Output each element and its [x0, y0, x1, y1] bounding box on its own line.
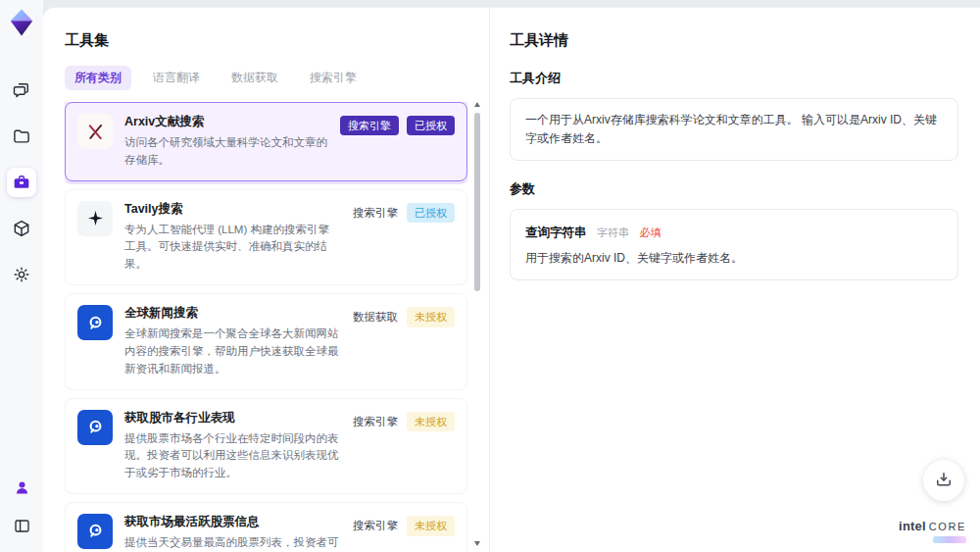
folder-icon — [12, 126, 31, 146]
params-heading: 参数 — [510, 180, 958, 198]
tool-card-text: Tavily搜索 专为人工智能代理 (LLM) 构建的搜索引擎工具。可快速提供实… — [124, 201, 340, 274]
sidebar-item-panel-toggle[interactable] — [7, 511, 36, 540]
tool-details-panel: 工具详情 工具介绍 一个用于从Arxiv存储库搜索科学论文和文章的工具。 输入可… — [490, 8, 980, 552]
tool-title: Arxiv文献搜索 — [124, 114, 328, 130]
toolbox-icon — [12, 173, 31, 192]
intel-core-wordmark: intelCORE — [899, 517, 966, 534]
panel-toggle-icon — [13, 517, 31, 535]
sidebar-item-toolbox[interactable] — [7, 168, 36, 197]
list-scrollbar[interactable] — [472, 102, 482, 548]
tavily-icon — [77, 201, 113, 236]
chat-icon — [12, 80, 31, 100]
tab-all-categories[interactable]: 所有类别 — [65, 66, 131, 90]
tool-card-text: 获取市场最活跃股票信息 提供当天交易量最高的股票列表，投资者可以利用这些信息来识… — [124, 514, 340, 552]
parameter-header: 查询字符串 字符串 必填 — [525, 223, 943, 241]
avatar-icon — [13, 478, 31, 497]
tool-card-text: Arxiv文献搜索 访问各个研究领域大量科学论文和文章的存储库。 — [124, 114, 328, 170]
tool-title: 全球新闻搜索 — [124, 305, 340, 322]
cube-icon — [12, 219, 31, 238]
tool-card[interactable]: Arxiv文献搜索 访问各个研究领域大量科学论文和文章的存储库。 搜索引擎 已授… — [65, 102, 467, 181]
scrollbar-thumb[interactable] — [474, 113, 480, 291]
main-panel: 工具集 所有类别 语言翻译 数据获取 搜索引擎 Arxiv文献搜索 访问各个研究… — [43, 8, 980, 552]
tools-panel-title: 工具集 — [65, 31, 483, 50]
tool-badges: 搜索引擎 已授权 — [352, 201, 455, 224]
sidebar — [0, 0, 43, 552]
parameter-name: 查询字符串 — [525, 226, 587, 239]
auth-status-badge: 未授权 — [407, 307, 455, 326]
tab-search-engine[interactable]: 搜索引擎 — [300, 66, 367, 90]
auth-status-badge: 已授权 — [407, 203, 455, 223]
tool-card-text: 全球新闻搜索 全球新闻搜索是一个聚合全球各大新闻网站内容的搜索引擎，帮助用户快速… — [124, 305, 340, 377]
app-logo-icon — [6, 7, 37, 38]
parameter-type: 字符串 — [597, 226, 629, 238]
tool-card-text: 获取股市各行业表现 提供股票市场各个行业在特定时间段内的表现。投资者可以利用这些… — [124, 410, 340, 482]
gear-icon — [12, 265, 31, 284]
download-icon — [934, 470, 954, 492]
sidebar-nav — [7, 75, 36, 289]
sidebar-item-avatar[interactable] — [7, 473, 36, 502]
tool-description: 全球新闻搜索是一个聚合全球各大新闻网站内容的搜索引擎，帮助用户快速获取全球最新资… — [124, 326, 340, 377]
tool-title: Tavily搜索 — [124, 201, 340, 218]
tool-title: 获取市场最活跃股票信息 — [124, 514, 340, 530]
tools-panel: 工具集 所有类别 语言翻译 数据获取 搜索引擎 Arxiv文献搜索 访问各个研究… — [43, 8, 490, 552]
parameter-description: 用于搜索的Arxiv ID、关键字或作者姓名。 — [525, 250, 943, 267]
sidebar-item-folder[interactable] — [7, 122, 36, 151]
scroll-down-arrow-icon[interactable] — [474, 541, 480, 546]
details-panel-title: 工具详情 — [510, 31, 958, 50]
globe-search-icon — [77, 410, 113, 445]
tool-description: 访问各个研究领域大量科学论文和文章的存储库。 — [124, 134, 328, 170]
app-window: 工具集 所有类别 语言翻译 数据获取 搜索引擎 Arxiv文献搜索 访问各个研究… — [0, 0, 980, 552]
download-button[interactable] — [923, 460, 964, 501]
scroll-up-arrow-icon[interactable] — [474, 102, 480, 107]
auth-status-badge: 已授权 — [407, 116, 455, 135]
sidebar-item-chat[interactable] — [7, 75, 36, 105]
auth-status-badge: 未授权 — [407, 516, 455, 535]
sidebar-item-gear[interactable] — [7, 260, 36, 289]
tool-card-list: Arxiv文献搜索 访问各个研究领域大量科学论文和文章的存储库。 搜索引擎 已授… — [65, 102, 467, 552]
tool-card[interactable]: 获取股市各行业表现 提供股票市场各个行业在特定时间段内的表现。投资者可以利用这些… — [65, 398, 467, 494]
tool-badges: 数据获取 未授权 — [352, 305, 455, 327]
category-badge: 搜索引擎 — [352, 203, 399, 224]
tab-language-translation[interactable]: 语言翻译 — [143, 66, 210, 90]
tool-description: 专为人工智能代理 (LLM) 构建的搜索引擎工具。可快速提供实时、准确和真实的结… — [124, 222, 340, 274]
category-badge: 数据获取 — [352, 307, 399, 327]
tool-card[interactable]: Tavily搜索 专为人工智能代理 (LLM) 构建的搜索引擎工具。可快速提供实… — [65, 189, 467, 285]
tool-description: 提供股票市场各个行业在特定时间段内的表现。投资者可以利用这些信息来识别表现优于或… — [124, 430, 340, 482]
arxiv-icon — [77, 114, 113, 149]
tool-card[interactable]: 获取市场最活跃股票信息 提供当天交易量最高的股票列表，投资者可以利用这些信息来识… — [65, 502, 467, 552]
globe-search-icon — [77, 305, 113, 340]
intel-core-logo: intelCORE — [899, 517, 966, 543]
parameter-required-badge: 必填 — [639, 226, 661, 238]
tool-intro-text: 一个用于从Arxiv存储库搜索科学论文和文章的工具。 输入可以是Arxiv ID… — [510, 98, 958, 161]
parameter-item: 查询字符串 字符串 必填 用于搜索的Arxiv ID、关键字或作者姓名。 — [510, 209, 958, 280]
tool-badges: 搜索引擎 未授权 — [352, 410, 455, 432]
tool-card-list-wrap: Arxiv文献搜索 访问各个研究领域大量科学论文和文章的存储库。 搜索引擎 已授… — [65, 102, 483, 552]
tool-card[interactable]: 全球新闻搜索 全球新闻搜索是一个聚合全球各大新闻网站内容的搜索引擎，帮助用户快速… — [65, 293, 467, 389]
globe-search-icon — [77, 514, 113, 549]
auth-status-badge: 未授权 — [407, 412, 455, 431]
tool-description: 提供当天交易量最高的股票列表，投资者可以利用这些信息来识别流动性强的股票和潜在的… — [124, 534, 340, 552]
sidebar-bottom — [7, 473, 36, 552]
tool-badges: 搜索引擎 已授权 — [340, 114, 455, 135]
tool-intro-heading: 工具介绍 — [510, 70, 958, 87]
tab-data-fetch[interactable]: 数据获取 — [221, 66, 288, 90]
sidebar-item-cube[interactable] — [7, 214, 36, 243]
category-badge: 搜索引擎 — [352, 516, 399, 536]
brand-gradient-badge — [933, 536, 966, 543]
category-badge: 搜索引擎 — [352, 412, 399, 432]
category-badge: 搜索引擎 — [340, 116, 399, 135]
category-tabs: 所有类别 语言翻译 数据获取 搜索引擎 — [65, 66, 483, 90]
tool-badges: 搜索引擎 未授权 — [352, 514, 455, 536]
tool-title: 获取股市各行业表现 — [124, 410, 340, 427]
